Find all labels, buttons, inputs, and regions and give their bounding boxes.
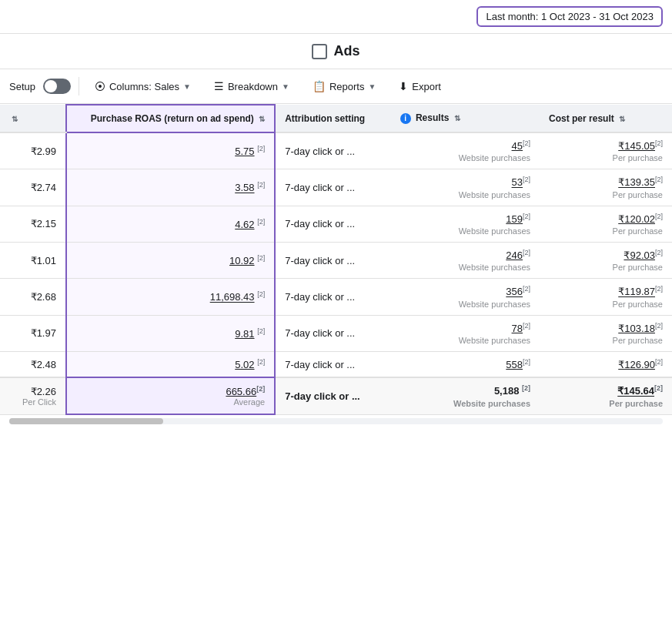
columns-chevron: ▼ bbox=[183, 82, 191, 91]
cost-sort-icon: ⇅ bbox=[619, 115, 625, 123]
toolbar: Setup ⦿ Columns: Sales ▼ ☰ Breakdown ▼ 📋… bbox=[0, 69, 672, 104]
roas-value-1: 3.58 bbox=[235, 183, 254, 194]
ads-icon bbox=[312, 44, 327, 59]
columns-icon: ⦿ bbox=[95, 80, 105, 92]
cell-col1-0: ₹2.99 bbox=[0, 132, 66, 169]
footer-roas: 665.66[2] Average bbox=[66, 377, 275, 414]
cell-cost-2: ₹120.02[2] Per purchase bbox=[540, 206, 672, 242]
cell-attribution-1: 7-day click or ... bbox=[275, 169, 390, 206]
cell-results-5: 78[2] Website purchases bbox=[391, 315, 540, 351]
cell-roas-5: 9.81 [2] bbox=[66, 315, 275, 351]
footer-row: ₹2.26 Per Click 665.66[2] Average 7-day … bbox=[0, 377, 672, 414]
scrollbar-area[interactable] bbox=[9, 418, 663, 424]
reports-button[interactable]: 📋 Reports ▼ bbox=[305, 75, 383, 97]
scrollbar-thumb[interactable] bbox=[9, 418, 163, 424]
roas-header-label: Purchase ROAS (return on ad spend) bbox=[91, 113, 254, 124]
roas-value-0: 5.75 bbox=[235, 146, 254, 157]
breakdown-chevron: ▼ bbox=[282, 82, 289, 91]
attribution-header-label: Attribution setting bbox=[285, 113, 365, 124]
ads-title: Ads bbox=[333, 43, 359, 59]
cell-col1-3: ₹1.01 bbox=[0, 242, 66, 278]
footer-attribution: 7-day click or ... bbox=[275, 377, 390, 414]
roas-value-3: 10.92 bbox=[229, 255, 255, 266]
footer-col1: ₹2.26 Per Click bbox=[0, 377, 66, 414]
cell-col1-6: ₹2.48 bbox=[0, 351, 66, 377]
roas-value-6: 5.02 bbox=[235, 359, 254, 370]
table-row: ₹2.15 4.62 [2] 7-day click or ... 159[2]… bbox=[0, 206, 672, 242]
cell-col1-1: ₹2.74 bbox=[0, 169, 66, 206]
cell-results-3: 246[2] Website purchases bbox=[391, 242, 540, 278]
cell-attribution-0: 7-day click or ... bbox=[275, 132, 390, 169]
table-row: ₹1.01 10.92 [2] 7-day click or ... 246[2… bbox=[0, 242, 672, 278]
roas-value-2: 4.62 bbox=[235, 219, 254, 230]
footer-cost: ₹145.64[2] Per purchase bbox=[540, 377, 672, 414]
roas-ref-6: [2] bbox=[257, 358, 265, 366]
table-row: ₹2.74 3.58 [2] 7-day click or ... 53[2] … bbox=[0, 169, 672, 206]
data-table-wrapper: ⇅ Purchase ROAS (return on ad spend) ⇅ A… bbox=[0, 104, 672, 415]
export-button[interactable]: ⬇ Export bbox=[391, 75, 449, 97]
roas-value-4: 11,698.43 bbox=[210, 292, 255, 303]
cell-results-1: 53[2] Website purchases bbox=[391, 169, 540, 206]
cell-cost-6: ₹126.90[2] bbox=[540, 351, 672, 377]
cell-results-6: 558[2] bbox=[391, 351, 540, 377]
reports-icon: 📋 bbox=[313, 80, 326, 92]
footer-results: 5,188 [2] Website purchases bbox=[391, 377, 540, 414]
setup-toggle[interactable] bbox=[43, 79, 71, 94]
breakdown-label: Breakdown bbox=[228, 81, 278, 92]
cell-results-2: 159[2] Website purchases bbox=[391, 206, 540, 242]
roas-ref-5: [2] bbox=[257, 327, 265, 335]
table-header-row: ⇅ Purchase ROAS (return on ad spend) ⇅ A… bbox=[0, 105, 672, 132]
col-header-results[interactable]: i Results ⇅ bbox=[391, 105, 540, 132]
cell-attribution-3: 7-day click or ... bbox=[275, 242, 390, 278]
col-header-1[interactable]: ⇅ bbox=[0, 105, 66, 132]
roas-ref-4: [2] bbox=[257, 290, 265, 298]
reports-chevron: ▼ bbox=[368, 82, 376, 91]
columns-button[interactable]: ⦿ Columns: Sales ▼ bbox=[87, 75, 199, 97]
cell-cost-3: ₹92.03[2] Per purchase bbox=[540, 242, 672, 278]
cell-attribution-5: 7-day click or ... bbox=[275, 315, 390, 351]
cell-cost-1: ₹139.35[2] Per purchase bbox=[540, 169, 672, 206]
cell-roas-0: 5.75 [2] bbox=[66, 132, 275, 169]
cell-attribution-6: 7-day click or ... bbox=[275, 351, 390, 377]
cell-attribution-2: 7-day click or ... bbox=[275, 206, 390, 242]
table-row: ₹2.99 5.75 [2] 7-day click or ... 45[2] … bbox=[0, 132, 672, 169]
roas-ref-3: [2] bbox=[257, 254, 265, 262]
col-header-cost[interactable]: Cost per result ⇅ bbox=[540, 105, 672, 132]
table-row: ₹2.68 11,698.43 [2] 7-day click or ... 3… bbox=[0, 279, 672, 315]
setup-label: Setup bbox=[9, 81, 35, 92]
cell-cost-4: ₹119.87[2] Per purchase bbox=[540, 279, 672, 315]
col-header-attribution: Attribution setting bbox=[275, 105, 390, 132]
col1-sort-icon: ⇅ bbox=[12, 115, 18, 123]
columns-label: Columns: Sales bbox=[109, 81, 179, 92]
reports-label: Reports bbox=[329, 81, 365, 92]
cell-roas-1: 3.58 [2] bbox=[66, 169, 275, 206]
cell-attribution-4: 7-day click or ... bbox=[275, 279, 390, 315]
results-header-label: Results bbox=[416, 112, 449, 123]
export-icon: ⬇ bbox=[399, 80, 408, 92]
cell-roas-3: 10.92 [2] bbox=[66, 242, 275, 278]
cell-roas-2: 4.62 [2] bbox=[66, 206, 275, 242]
table-row: ₹2.48 5.02 [2] 7-day click or ... 558[2]… bbox=[0, 351, 672, 377]
cost-header-label: Cost per result bbox=[549, 113, 614, 124]
top-bar: Last month: 1 Oct 2023 - 31 Oct 2023 bbox=[0, 0, 672, 34]
cell-results-4: 356[2] Website purchases bbox=[391, 279, 540, 315]
ads-header: Ads bbox=[0, 34, 672, 69]
data-table: ⇅ Purchase ROAS (return on ad spend) ⇅ A… bbox=[0, 104, 672, 415]
roas-ref-1: [2] bbox=[257, 181, 265, 189]
roas-ref-0: [2] bbox=[257, 145, 265, 152]
breakdown-icon: ☰ bbox=[214, 80, 224, 92]
breakdown-button[interactable]: ☰ Breakdown ▼ bbox=[206, 75, 297, 97]
cell-col1-2: ₹2.15 bbox=[0, 206, 66, 242]
results-sort-icon: ⇅ bbox=[454, 114, 460, 122]
cell-col1-5: ₹1.97 bbox=[0, 315, 66, 351]
cell-cost-5: ₹103.18[2] Per purchase bbox=[540, 315, 672, 351]
table-row: ₹1.97 9.81 [2] 7-day click or ... 78[2] … bbox=[0, 315, 672, 351]
roas-sort-icon: ⇅ bbox=[259, 115, 265, 123]
cell-roas-4: 11,698.43 [2] bbox=[66, 279, 275, 315]
export-label: Export bbox=[412, 81, 441, 92]
col-header-roas[interactable]: Purchase ROAS (return on ad spend) ⇅ bbox=[66, 105, 275, 132]
roas-ref-2: [2] bbox=[257, 218, 265, 226]
cell-cost-0: ₹145.05[2] Per purchase bbox=[540, 132, 672, 169]
cell-results-0: 45[2] Website purchases bbox=[391, 132, 540, 169]
date-range-badge[interactable]: Last month: 1 Oct 2023 - 31 Oct 2023 bbox=[476, 6, 663, 27]
